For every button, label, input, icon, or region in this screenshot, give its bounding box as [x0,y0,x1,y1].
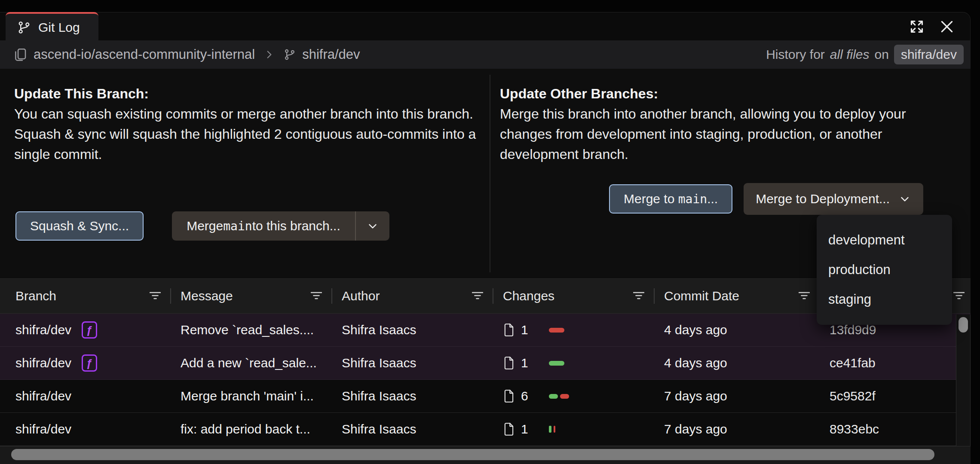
changed-file-count: 1 [521,422,528,437]
additions-bar [549,426,551,433]
maximize-icon[interactable] [908,18,925,35]
table-row[interactable]: shifra/dev Merge branch 'main' i... Shif… [0,380,971,413]
deletions-bar [560,394,569,399]
history-scope: History for all files on shifra/dev [766,45,964,64]
row-branch: shifra/dev [15,422,71,437]
deletions-bar [554,426,555,433]
git-log-panel: Git Log ascend-io/ascend-community-inter… [0,12,971,464]
table-row[interactable]: shifra/dev fix: add period back t... Shi… [0,413,971,446]
chevron-right-icon [263,49,275,60]
filter-icon[interactable] [799,289,810,303]
row-message: Merge branch 'main' i... [181,389,342,403]
changed-file-count: 1 [521,356,528,370]
deletions-bar [549,328,564,333]
additions-bar [549,394,558,399]
copy-icon [13,47,28,62]
git-branch-icon [17,20,31,35]
row-commit-date: 7 days ago [664,422,830,437]
tab-title: Git Log [38,20,80,35]
merge-main-dropdown-toggle[interactable] [355,211,389,241]
row-commit-date: 4 days ago [664,323,830,337]
merge-to-main-button[interactable]: Merge to main... [609,184,732,214]
breadcrumb: ascend-io/ascend-community-internal shif… [0,40,971,69]
row-author: Shifra Isaacs [342,422,503,437]
history-connector: on [875,47,889,62]
update-this-branch-line1: You can squash existing commits or merge… [14,104,478,124]
filter-icon[interactable] [633,289,644,303]
update-this-branch-title: Update This Branch: [14,83,478,104]
row-author: Shifra Isaacs [342,323,503,337]
update-other-branches-body: Merge this branch into another branch, a… [500,104,954,165]
flow-badge-icon: ƒ [82,354,97,372]
chevron-down-icon [366,220,379,232]
merge-main-to-branch-button[interactable]: Merge main to this branch... [172,211,389,241]
additions-bar [549,361,564,366]
filter-icon[interactable] [311,289,322,303]
filter-icon[interactable] [472,289,483,303]
file-icon [503,422,515,436]
row-commit-hash: 8933ebc [830,422,971,437]
history-emphasis: all files [830,47,870,62]
tab-git-log[interactable]: Git Log [6,12,98,41]
tab-bar: Git Log [0,12,971,40]
row-author: Shifra Isaacs [342,356,503,370]
merge-to-deployment-button[interactable]: Merge to Deployment... [744,183,923,215]
history-branch-badge[interactable]: shifra/dev [894,45,964,64]
deployment-branch-menu: development production staging [817,215,952,325]
close-icon[interactable] [938,18,956,35]
update-this-branch-line2: Squash & sync will squash the highlighte… [14,124,478,165]
merge-to-deployment-label: Merge to Deployment... [756,192,890,206]
merge-to-main-label: Merge to main... [624,192,718,206]
flow-badge-icon: ƒ [82,321,97,339]
filter-icon[interactable] [150,289,161,303]
row-commit-date: 4 days ago [664,356,830,370]
row-branch: shifra/dev [15,356,71,370]
squash-and-sync-label: Squash & Sync... [30,219,129,233]
vertical-scrollbar[interactable] [956,314,971,446]
filter-icon[interactable] [953,289,965,303]
row-commit-hash: 13fd9d9 [830,323,971,337]
changed-file-count: 1 [521,323,528,337]
row-author: Shifra Isaacs [342,389,503,403]
branch-name: shifra/dev [302,47,360,62]
merge-main-to-branch-label: Merge main to this branch... [172,211,355,241]
column-header-message: Message [181,279,342,313]
row-commit-date: 7 days ago [664,389,830,403]
row-branch: shifra/dev [15,389,71,403]
row-message: Add a new `read_sale... [181,356,342,370]
column-header-branch: Branch [15,279,181,313]
row-message: fix: add period back t... [181,422,342,437]
menu-item-production[interactable]: production [817,255,952,284]
row-branch: shifra/dev [15,323,71,337]
history-prefix: History for [766,47,825,62]
vertical-scrollbar-thumb[interactable] [959,317,968,333]
repo-name: ascend-io/ascend-community-internal [34,47,255,62]
column-header-author: Author [342,279,503,313]
horizontal-scrollbar[interactable] [0,446,971,464]
table-row[interactable]: shifra/dev ƒ Add a new `read_sale... Shi… [0,347,971,380]
row-message: Remove `read_sales.... [181,323,342,337]
squash-and-sync-button[interactable]: Squash & Sync... [15,211,144,241]
breadcrumb-branch[interactable]: shifra/dev [283,47,360,62]
file-icon [503,356,515,370]
file-icon [503,323,515,337]
actions-section: Update This Branch: You can squash exist… [0,69,971,278]
column-header-changes: Changes [503,279,664,313]
menu-item-staging[interactable]: staging [817,284,952,314]
changed-file-count: 6 [521,389,528,403]
file-icon [503,389,515,403]
column-header-commit-date: Commit Date [664,279,830,313]
git-branch-icon [283,48,296,61]
menu-item-development[interactable]: development [817,225,952,255]
section-divider [490,75,490,272]
horizontal-scrollbar-thumb[interactable] [11,449,934,460]
update-other-branches-title: Update Other Branches: [500,83,954,104]
breadcrumb-repo[interactable]: ascend-io/ascend-community-internal [13,47,255,62]
chevron-down-icon [898,192,911,205]
row-commit-hash: 5c9582f [830,389,971,403]
row-commit-hash: ce41fab [830,356,971,370]
